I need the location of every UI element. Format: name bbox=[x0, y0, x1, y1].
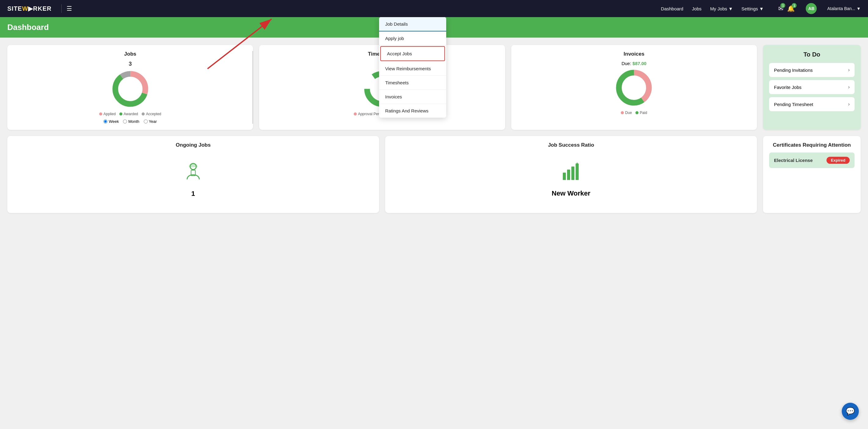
radio-year[interactable]: Year bbox=[144, 119, 157, 124]
jobs-card-title: Jobs bbox=[13, 51, 247, 57]
radio-month[interactable]: Month bbox=[123, 119, 139, 124]
jobs-legend: Applied Awarded Accepted bbox=[99, 112, 161, 116]
accepted-dot bbox=[142, 112, 145, 115]
time-period-selector: Week Month Year bbox=[103, 119, 157, 124]
jobs-donut: 3 Applied Awarded Accepted bbox=[13, 61, 247, 124]
todo-item-favorite-jobs[interactable]: Favorite Jobs › bbox=[769, 80, 855, 94]
expired-badge: Expired bbox=[827, 157, 850, 164]
job-success-card: Job Success Ratio New Worker bbox=[385, 136, 757, 213]
hamburger-menu[interactable]: ☰ bbox=[66, 5, 72, 12]
radio-week[interactable]: Week bbox=[103, 119, 119, 124]
due-dot bbox=[621, 111, 624, 114]
avatar[interactable]: AB bbox=[806, 3, 817, 14]
applied-label: Applied bbox=[103, 112, 116, 116]
star-chart-icon bbox=[560, 161, 582, 187]
bell-badge: 1 bbox=[792, 3, 797, 8]
pending-dot bbox=[354, 112, 357, 115]
chat-icon: 💬 bbox=[846, 407, 855, 416]
svg-rect-14 bbox=[576, 164, 579, 180]
svg-rect-11 bbox=[563, 173, 566, 180]
dropdown-item-apply-job[interactable]: Apply job bbox=[379, 31, 446, 46]
navbar-links: Dashboard Jobs My Jobs ▼ Settings ▼ ✉ 1 … bbox=[661, 3, 861, 14]
legend-accepted: Accepted bbox=[142, 112, 161, 116]
cert-name: Electrical License bbox=[774, 158, 813, 163]
chevron-right-icon: › bbox=[848, 102, 850, 107]
jobs-chart bbox=[111, 69, 150, 109]
myjobs-chevron-icon: ▼ bbox=[728, 6, 733, 11]
invoices-legend: Due Paid bbox=[621, 111, 647, 115]
dropdown-item-view-reimbursements[interactable]: View Reimbursements bbox=[379, 62, 446, 76]
invoices-amount: $87.00 bbox=[632, 61, 646, 66]
mail-badge: 1 bbox=[780, 3, 785, 8]
invoices-title: Invoices bbox=[517, 51, 751, 57]
nav-jobs[interactable]: Jobs bbox=[692, 6, 702, 11]
jobs-card-divider bbox=[252, 51, 253, 124]
logo-text: SITEW▶RKER bbox=[7, 5, 52, 12]
settings-label: Settings bbox=[741, 6, 758, 11]
icon-group: ✉ 1 🔔 1 bbox=[776, 5, 795, 12]
nav-dashboard[interactable]: Dashboard bbox=[661, 6, 683, 11]
invoices-card: Invoices Due: $87.00 Due Paid bbox=[511, 45, 757, 130]
ongoing-count: 1 bbox=[191, 190, 195, 198]
mail-button[interactable]: ✉ 1 bbox=[778, 5, 783, 12]
dropdown-item-timesheets[interactable]: Timesheets bbox=[379, 76, 446, 90]
legend-due: Due bbox=[621, 111, 632, 115]
dropdown-item-job-details[interactable]: Job Details bbox=[379, 17, 446, 31]
legend-paid: Paid bbox=[636, 111, 647, 115]
certificates-title: Certificates Requiring Attention bbox=[769, 142, 855, 148]
nav-myjobs[interactable]: My Jobs ▼ bbox=[710, 6, 733, 11]
ongoing-jobs-title: Ongoing Jobs bbox=[13, 142, 373, 148]
todo-item-invitations[interactable]: Pending Invitations › bbox=[769, 63, 855, 77]
navbar-divider bbox=[61, 4, 62, 13]
navbar: SITEW▶RKER ☰ Dashboard Jobs My Jobs ▼ Se… bbox=[0, 0, 868, 17]
user-chevron-icon: ▼ bbox=[857, 6, 861, 11]
paid-dot bbox=[636, 111, 639, 114]
awarded-dot bbox=[119, 112, 122, 115]
job-success-content: New Worker bbox=[391, 152, 751, 206]
legend-applied: Applied bbox=[99, 112, 116, 116]
job-success-title: Job Success Ratio bbox=[391, 142, 751, 148]
ongoing-jobs-content: 1 bbox=[13, 152, 373, 207]
accepted-label: Accepted bbox=[146, 112, 161, 116]
invoices-chart bbox=[614, 68, 654, 108]
jobs-count: 3 bbox=[129, 61, 132, 67]
certificates-card: Certificates Requiring Attention Electri… bbox=[763, 136, 861, 213]
paid-label: Paid bbox=[640, 111, 647, 115]
svg-rect-12 bbox=[567, 170, 570, 180]
chevron-right-icon: › bbox=[848, 84, 850, 90]
user-name[interactable]: Atalanta Ban... ▼ bbox=[827, 6, 861, 11]
myjobs-dropdown: Job Details Apply job Accept Jobs View R… bbox=[379, 17, 446, 118]
todo-item-pending-timesheet[interactable]: Pending Timesheet › bbox=[769, 97, 855, 111]
worker-icon bbox=[183, 161, 204, 187]
myjobs-label: My Jobs bbox=[710, 6, 727, 11]
due-label: Due bbox=[625, 111, 632, 115]
bottom-row: Ongoing Jobs 1 Job Success Ratio bbox=[7, 136, 861, 213]
awarded-label: Awarded bbox=[124, 112, 138, 116]
invoices-donut: Due: $87.00 Due Paid bbox=[517, 61, 751, 115]
dropdown-item-accept-jobs[interactable]: Accept Jobs bbox=[380, 46, 445, 61]
bell-button[interactable]: 🔔 1 bbox=[787, 5, 795, 12]
legend-awarded: Awarded bbox=[119, 112, 138, 116]
logo: SITEW▶RKER bbox=[7, 5, 52, 12]
chevron-right-icon: › bbox=[848, 67, 850, 73]
svg-rect-13 bbox=[571, 167, 575, 180]
new-worker-label: New Worker bbox=[552, 190, 591, 197]
chat-button[interactable]: 💬 bbox=[842, 403, 859, 420]
applied-dot bbox=[99, 112, 102, 115]
todo-title: To Do bbox=[769, 51, 855, 58]
invoices-due: Due: $87.00 bbox=[621, 61, 646, 66]
dropdown-item-invoices[interactable]: Invoices bbox=[379, 90, 446, 104]
jobs-card: Jobs 3 Applied Awarded Accepted bbox=[7, 45, 253, 130]
ongoing-jobs-card: Ongoing Jobs 1 bbox=[7, 136, 379, 213]
nav-settings[interactable]: Settings ▼ bbox=[741, 6, 764, 11]
todo-card: To Do Pending Invitations › Favorite Job… bbox=[763, 45, 861, 130]
dropdown-item-ratings[interactable]: Ratings And Reviews bbox=[379, 104, 446, 118]
settings-chevron-icon: ▼ bbox=[760, 6, 764, 11]
cert-item: Electrical License Expired bbox=[769, 152, 855, 168]
